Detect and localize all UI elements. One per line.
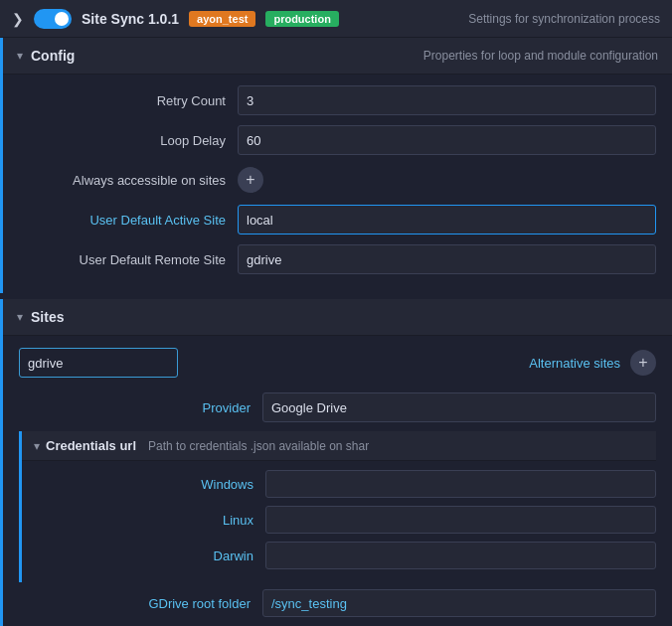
settings-description: Settings for synchronization process <box>468 12 660 26</box>
alt-sites-label: Alternative sites <box>529 356 620 371</box>
provider-input[interactable] <box>262 392 656 422</box>
user-default-active-label: User Default Active Site <box>19 213 238 228</box>
credentials-section: ▾ Credentials url Path to credentials .j… <box>19 431 656 582</box>
linux-label: Linux <box>22 513 265 528</box>
loop-delay-label: Loop Delay <box>19 133 238 148</box>
gdrive-root-row: GDrive root folder <box>19 586 656 620</box>
config-description: Properties for loop and module configura… <box>423 49 658 63</box>
credentials-title: Credentials url <box>46 438 136 453</box>
plus-icon: + <box>246 171 254 189</box>
config-form-body: Retry Count Loop Delay Always accessible… <box>3 75 672 293</box>
production-badge: production <box>265 11 338 27</box>
always-accessible-row: Always accessible on sites + <box>19 162 656 198</box>
retry-count-input[interactable] <box>238 85 656 115</box>
user-default-remote-label: User Default Remote Site <box>19 252 238 267</box>
sites-header-left: ▾ Sites <box>17 309 64 325</box>
loop-delay-input[interactable] <box>238 125 656 155</box>
provider-row: Provider <box>19 390 656 425</box>
app-title: Site Sync 1.0.1 <box>82 11 179 27</box>
config-header-left: ▾ Config <box>17 48 75 64</box>
darwin-row: Darwin <box>22 539 656 572</box>
windows-label: Windows <box>22 477 265 492</box>
credentials-chevron-icon: ▾ <box>34 439 40 453</box>
darwin-input[interactable] <box>265 542 656 569</box>
user-default-remote-row: User Default Remote Site <box>19 241 656 277</box>
retry-count-row: Retry Count <box>19 82 656 118</box>
credentials-header-left: ▾ Credentials url <box>34 438 136 453</box>
credentials-header[interactable]: ▾ Credentials url Path to credentials .j… <box>22 431 656 461</box>
darwin-label: Darwin <box>22 548 265 563</box>
top-bar: ❯ Site Sync 1.0.1 ayon_test production S… <box>0 0 672 38</box>
sites-top-row: Alternative sites + <box>19 348 656 378</box>
alt-sites-add-button[interactable]: + <box>630 350 656 376</box>
sites-chevron-icon: ▾ <box>17 310 23 324</box>
alt-sites-plus-icon: + <box>638 354 647 372</box>
gdrive-root-label: GDrive root folder <box>19 596 262 611</box>
credentials-description: Path to credentials .json available on s… <box>148 439 369 453</box>
sites-body: Alternative sites + Provider ▾ Credentia… <box>3 336 672 626</box>
loop-delay-row: Loop Delay <box>19 122 656 158</box>
always-accessible-add-button[interactable]: + <box>238 167 263 193</box>
sites-section-header[interactable]: ▾ Sites <box>3 299 672 336</box>
test-badge: ayon_test <box>189 11 255 27</box>
main-content: ▾ Config Properties for loop and module … <box>0 38 672 626</box>
config-title: Config <box>31 48 75 64</box>
gdrive-root-input[interactable] <box>262 589 656 617</box>
linux-input[interactable] <box>265 506 656 534</box>
config-section: ▾ Config Properties for loop and module … <box>0 38 672 293</box>
linux-row: Linux <box>22 503 656 537</box>
sites-title: Sites <box>31 309 64 325</box>
sites-section: ▾ Sites Alternative sites + Provider <box>0 299 672 626</box>
windows-row: Windows <box>22 467 656 501</box>
retry-count-label: Retry Count <box>19 93 238 108</box>
enable-toggle[interactable] <box>34 9 72 29</box>
config-chevron-icon: ▾ <box>17 49 23 63</box>
user-default-remote-input[interactable] <box>238 244 656 274</box>
user-default-active-row: User Default Active Site <box>19 202 656 237</box>
windows-input[interactable] <box>265 470 656 498</box>
always-accessible-label: Always accessible on sites <box>19 173 238 188</box>
provider-label: Provider <box>19 400 262 415</box>
site-item-input[interactable] <box>19 348 178 378</box>
config-section-header[interactable]: ▾ Config Properties for loop and module … <box>3 38 672 75</box>
nav-chevron-icon[interactable]: ❯ <box>12 11 24 27</box>
user-default-active-input[interactable] <box>238 205 656 235</box>
credentials-body: Windows Linux Darwin <box>22 461 656 582</box>
